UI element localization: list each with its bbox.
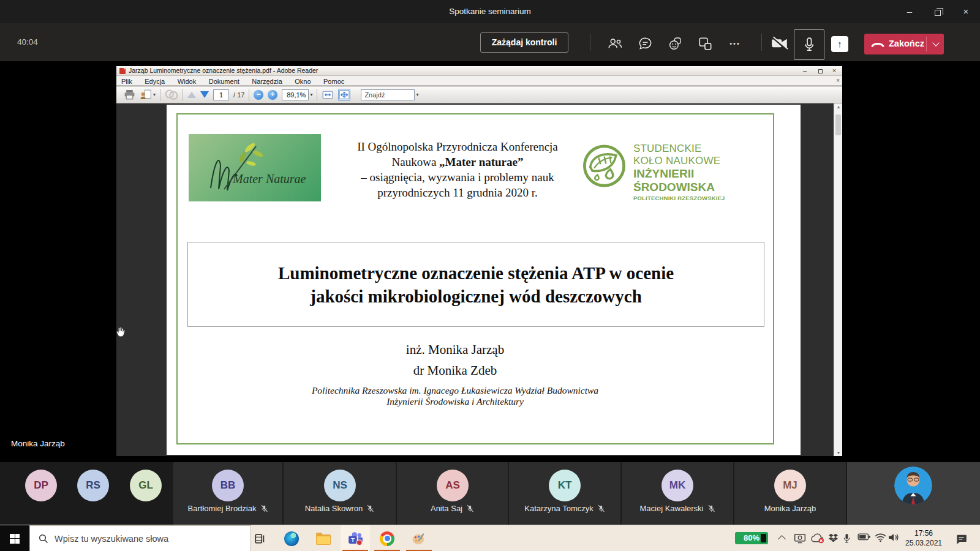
request-control-button[interactable]: Zażądaj kontroli [480,32,568,53]
menu-pomoc[interactable]: Pomoc [318,77,349,86]
cloud-error-icon [811,533,825,544]
share-tray-button[interactable]: ↑ [831,36,848,52]
adobe-close-button[interactable]: × [829,66,840,75]
zoom-out-button[interactable]: − [254,90,263,100]
mic-toggle-button[interactable] [794,29,824,60]
tray-battery-icon[interactable] [858,533,870,541]
camera-off-icon [771,36,789,51]
participants-button[interactable] [605,36,625,51]
chrome-taskbar-button[interactable] [372,525,402,551]
scrollbar-thumb[interactable] [835,114,841,135]
start-button[interactable] [0,525,29,551]
leave-button[interactable]: Zakończ [864,34,944,54]
fit-width-button[interactable] [322,89,334,101]
wifi-icon[interactable] [875,533,886,542]
close-button[interactable]: × [952,0,980,23]
restore-button[interactable] [924,0,952,23]
minimize-button[interactable]: – [895,0,924,23]
paint-taskbar-button[interactable] [404,525,434,551]
task-view-button[interactable] [245,525,274,551]
toolbar-divider [590,34,590,51]
onedrive-error-icon[interactable] [811,533,825,544]
palette-icon [412,532,426,545]
page-number-input[interactable]: 1 [213,89,229,100]
previous-page-button[interactable] [187,92,196,98]
adobe-restore-icon [818,69,823,73]
menu-edycja[interactable]: Edycja [140,77,170,86]
file-explorer-button[interactable] [309,525,338,551]
shared-screen-stage: Jarząb Luminometryczne oznaczenie stężen… [0,61,980,462]
participant-strip: DP RS GL BB Bartłomiej Brodziak NS Natal… [0,462,980,525]
meeting-title: Spotkanie seminarium [0,0,980,23]
scroll-down-icon[interactable]: ▼ [834,451,843,455]
pdf-file-icon [119,68,126,74]
print-icon[interactable] [124,89,135,100]
camera-toggle-button[interactable] [769,36,791,51]
avatar-initials: KT [558,479,572,491]
teams-call-toolbar: 40:04 Zażądaj kontroli ••• ↑ Zakończ [0,23,980,61]
collaborate-disabled-icon[interactable] [165,89,178,100]
affiliation-line2: Inżynierii Środowiska i Architektury [157,396,753,407]
teams-meeting-window: Spotkanie seminarium – × 40:04 Zażądaj k… [0,0,980,551]
next-page-button[interactable] [200,91,209,98]
avatar-initials: GL [138,479,153,491]
adobe-minimize-button[interactable]: – [799,66,810,75]
fit-page-button[interactable] [338,89,350,101]
battery-percent-badge[interactable]: 80% [735,532,768,544]
video-tile[interactable] [847,462,980,525]
zoom-level-value[interactable]: 89,1% [282,89,309,100]
dropdown-caret-icon: ▾ [416,92,418,97]
find-field[interactable]: Znajdź ▾ [361,89,418,100]
teams-taskbar-button[interactable]: T [341,525,370,551]
display-icon [794,533,806,544]
project-display-icon[interactable] [794,533,806,544]
menu-plik[interactable]: Plik [116,77,137,86]
taskbar-search[interactable]: Wpisz tu wyszukiwane słowa [29,525,251,551]
adobe-restore-button[interactable] [815,66,826,75]
clock-date: 25.03.2021 [895,538,952,548]
taskbar-clock[interactable]: 17:56 25.03.2021 [895,528,952,548]
scroll-up-icon[interactable]: ▲ [834,105,843,109]
menu-dokument[interactable]: Dokument [204,77,244,86]
clock-time: 17:56 [895,528,952,538]
participant-tile[interactable]: MJ Monika Jarząb [734,462,846,525]
zoom-in-button[interactable]: + [268,90,277,100]
participant-tile[interactable]: KT Katarzyna Tomczyk [509,462,620,525]
participant-tile[interactable]: MK Maciej Kawalerski [622,462,733,525]
menubar-close-icon[interactable]: × [836,76,840,86]
reactions-button[interactable] [665,36,685,51]
menu-okno[interactable]: Okno [290,77,315,86]
mater-naturae-logo: Mater Naturae [189,134,321,201]
action-center-button[interactable] [956,534,967,544]
adobe-toolbar: ▾ 1 / 17 − + 89,1% ▾ [116,86,842,103]
find-input[interactable]: Znajdź [361,89,415,100]
ellipsis-icon: ••• [729,40,741,47]
author-1: inż. Monika Jarząb [157,342,753,358]
participant-overflow-tile[interactable]: DP RS GL [0,462,173,525]
zoom-level-select[interactable]: 89,1% ▾ [282,89,312,100]
edge-taskbar-button[interactable] [277,525,306,551]
more-actions-button[interactable]: ••• [725,36,745,51]
mic-icon [843,533,851,544]
participant-tile[interactable]: AS Anita Saj [397,462,508,525]
windows-logo-icon [10,534,20,544]
battery-icon [858,533,870,541]
tray-mic-icon[interactable] [843,533,851,544]
dropdown-caret-icon: ▾ [310,92,312,97]
adobe-menubar: Plik Edycja Widok Dokument Narzędzia Okn… [116,76,842,86]
chevron-down-icon[interactable] [932,39,939,46]
menu-widok[interactable]: Widok [173,77,202,86]
chat-button[interactable] [635,36,655,51]
skn-line4: POLITECHNIKI RZESZOWSKIEJ [633,194,773,203]
menu-narzedzia[interactable]: Narzędzia [247,77,287,86]
breakout-rooms-button[interactable] [695,36,715,51]
avatar: KT [549,470,581,501]
send-collaborate-button[interactable]: ▾ [140,89,156,100]
dropbox-icon[interactable] [828,533,839,542]
vertical-scrollbar[interactable]: ▲ ▼ [834,103,842,456]
tray-expand-chevron-icon[interactable] [778,535,786,543]
participant-tile[interactable]: NS Natalia Skowron [284,462,396,525]
teams-icon: T [348,531,363,545]
participant-tile[interactable]: BB Bartłomiej Brodziak [173,462,282,525]
participant-name: Bartłomiej Brodziak [188,504,257,513]
